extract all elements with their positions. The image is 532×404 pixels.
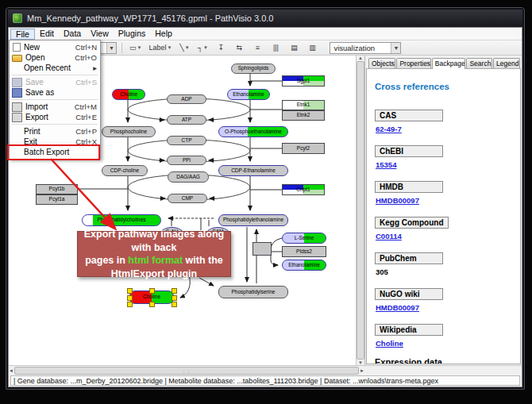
selection-handle[interactable]: [172, 288, 177, 294]
tab-backpage[interactable]: Backpage: [432, 58, 466, 69]
pathway-node-atp[interactable]: ATP: [167, 115, 206, 125]
pathway-node-sphingolipids[interactable]: Sphingolipids: [231, 63, 276, 74]
scroll-left-icon[interactable]: ◄: [9, 368, 13, 373]
align-center-button[interactable]: ↧: [213, 41, 229, 54]
pathway-node-cmp[interactable]: CMP: [168, 194, 207, 203]
menu-item-save-as[interactable]: Save as: [10, 87, 100, 98]
pathway-node-etnk1[interactable]: Etnk1: [282, 100, 325, 110]
title-bar[interactable]: Mm_Kennedy_pathway_WP1771_45176.gpml - P…: [8, 10, 522, 27]
pathway-node-ethanolamine[interactable]: Ethanolamine: [227, 89, 270, 100]
pathway-node-chpt1[interactable]: Chpt1: [282, 184, 325, 195]
pathway-node-cdp-ethanolamine[interactable]: CDP-Ethanolamine: [218, 165, 288, 176]
connector-button-icon: ┐: [198, 44, 202, 52]
pathway-node-cdp-choline[interactable]: CDP-choline: [102, 165, 148, 176]
pathway-node-l-serine[interactable]: L-Serine: [282, 233, 326, 244]
connector-button[interactable]: ┐▼: [195, 41, 210, 54]
pathway-node-dag-aag[interactable]: DAG/AAG: [168, 171, 209, 183]
section-title: Wikipedia: [375, 324, 443, 336]
pathway-node-pcyt1b[interactable]: Pcyt1b: [36, 184, 78, 194]
toolbar-separator: [121, 43, 122, 53]
pathway-node-phosphatidylcholines[interactable]: Phosphatidylcholines: [82, 214, 161, 226]
tab-objects[interactable]: Objects: [368, 58, 395, 68]
pathway-node-phosphatidylethanolamine[interactable]: Phosphatidylethanolamine: [218, 214, 288, 226]
pathway-node-o-phosphoethanolamine[interactable]: O-Phosphoethanolamine: [218, 126, 288, 137]
menubar-item-file[interactable]: File: [10, 29, 35, 40]
pathway-node-ctp[interactable]: CTP: [167, 136, 206, 145]
menu-item-shortcut: Ctrl+M: [75, 102, 97, 111]
selection-handle[interactable]: [149, 288, 155, 294]
tab-search[interactable]: Search: [466, 58, 492, 68]
selection-handle[interactable]: [149, 302, 155, 307]
canvas-horizontal-scrollbar[interactable]: ◄ ⋮⋮ ►: [9, 365, 364, 375]
pathway-node-choline[interactable]: Choline: [112, 89, 145, 100]
selection-handle[interactable]: [172, 302, 177, 307]
pathway-node-ppi[interactable]: PPi: [167, 156, 206, 165]
menu-separator: [12, 99, 98, 100]
node-label: Phosphatidylethanolamine: [223, 217, 283, 223]
align-center-button-icon: ↧: [218, 44, 225, 52]
menubar-item-edit[interactable]: Edit: [35, 29, 59, 39]
section-link[interactable]: Choline: [376, 339, 514, 348]
section-link[interactable]: HMDB00097: [376, 303, 514, 312]
distribute-columns-button[interactable]: |||: [268, 41, 283, 54]
pathway-node-s-ah[interactable]: S-AH: [161, 227, 183, 237]
menu-item-new[interactable]: NewCtrl+N: [10, 42, 100, 52]
menu-item-export[interactable]: ExportCtrl+E: [10, 112, 100, 122]
chevron-down-icon[interactable]: ▼: [106, 43, 116, 53]
pathway-node-box[interactable]: [253, 242, 272, 256]
chevron-down-icon: ▼: [167, 45, 172, 50]
scroll-up-icon[interactable]: ▲: [358, 56, 363, 60]
selection-handle[interactable]: [127, 288, 133, 294]
stack-vertical-button[interactable]: ▤: [286, 41, 302, 54]
label-button[interactable]: Label▼: [146, 41, 174, 54]
tab-legend[interactable]: Legend: [493, 58, 520, 68]
menu-item-open[interactable]: OpenCtrl+O: [10, 52, 100, 63]
menu-item-import[interactable]: ImportCtrl+M: [10, 102, 100, 112]
menubar-item-plugins[interactable]: Plugins: [114, 29, 150, 39]
section-link[interactable]: 62-49-7: [376, 125, 514, 133]
menu-item-exit[interactable]: ExitCtrl+X: [10, 137, 100, 147]
section-link[interactable]: 15354: [376, 160, 514, 169]
section-title: HMDB: [375, 181, 443, 193]
pathway-node-etnk2[interactable]: Etnk2: [282, 110, 325, 121]
align-middle-button[interactable]: ⇆: [231, 41, 247, 54]
pathway-node-ptdss2[interactable]: Ptdss2: [282, 246, 326, 257]
tab-properties[interactable]: Properties: [396, 58, 430, 68]
selection-handle[interactable]: [172, 295, 177, 301]
selection-handle[interactable]: [127, 295, 133, 301]
selection-handle[interactable]: [127, 302, 133, 307]
pathway-node-pcyt1a[interactable]: Pcyt1a: [36, 194, 78, 205]
no-icon: [12, 138, 21, 146]
section-title: PubChem: [375, 252, 443, 264]
section-link[interactable]: C00114: [376, 232, 514, 240]
pathway-node-box[interactable]: [191, 231, 213, 238]
section-link[interactable]: HMDB00097: [376, 196, 514, 205]
line-button[interactable]: ╲▼: [176, 41, 192, 54]
menu-item-open-recent[interactable]: Open Recent▸: [10, 63, 100, 73]
menu-item-label: Open: [25, 53, 71, 62]
menu-item-print[interactable]: PrintCtrl+P: [10, 126, 100, 137]
canvas-vertical-scrollbar[interactable]: ▲ ▼: [356, 56, 364, 365]
chevron-down-icon[interactable]: ▼: [391, 43, 400, 53]
menubar-item-help[interactable]: Help: [150, 29, 177, 39]
pathway-node-ethanolamine[interactable]: Ethanolamine: [282, 260, 326, 271]
pathway-node-pcyt2[interactable]: Pcyt2: [282, 143, 325, 154]
vertical-scroll-thumb[interactable]: [357, 61, 364, 360]
menubar-item-view[interactable]: View: [86, 29, 114, 39]
stack-horizontal-button-icon: ▥: [309, 44, 316, 52]
distribute-rows-button[interactable]: ≡: [249, 41, 265, 54]
horizontal-scroll-thumb[interactable]: ⋮⋮: [14, 367, 359, 375]
cross-reference-section-cas: CAS62-49-7: [375, 107, 514, 133]
menu-item-save[interactable]: SaveCtrl+S: [10, 77, 100, 87]
stack-horizontal-button[interactable]: ▥: [304, 41, 320, 54]
cross-reference-sections: CAS62-49-7ChEBI15354HMDBHMDB00097Kegg Co…: [375, 107, 514, 348]
status-bar: | Gene database: ...m_Derby_20120602.bri…: [9, 375, 522, 387]
datanode-button[interactable]: ▭▼: [127, 41, 144, 54]
menu-item-batch-export[interactable]: Batch Export: [10, 147, 100, 157]
menubar-item-data[interactable]: Data: [59, 29, 86, 39]
pathway-node-phosphatidylserine[interactable]: Phosphatidylserine: [218, 286, 288, 298]
visualization-combobox[interactable]: visualization ▼: [330, 42, 401, 54]
pathway-node-sgpl1[interactable]: Sgpl1: [282, 75, 325, 87]
pathway-node-adp[interactable]: ADP: [167, 94, 206, 104]
pathway-node-phosphocholine[interactable]: Phosphocholine: [102, 126, 156, 137]
